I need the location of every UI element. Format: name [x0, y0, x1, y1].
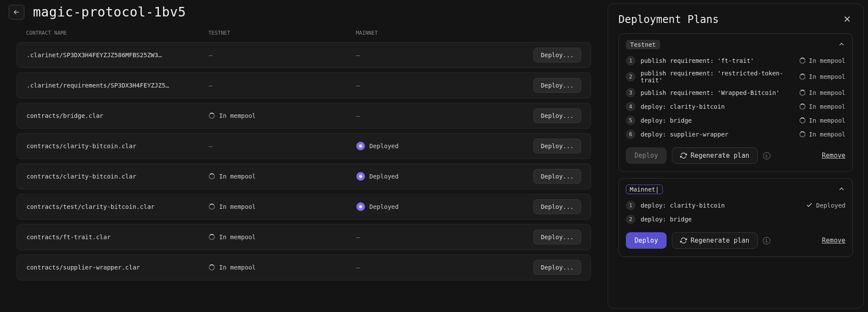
mainnet-status: Deployed	[369, 143, 398, 150]
step-number: 5	[626, 116, 635, 125]
header: magic-protocol-1bv5	[0, 0, 608, 24]
contract-row: .clarinet/SP3DX3H4FEYZJZ586MFBS25ZW3…––D…	[16, 42, 591, 68]
step-number: 2	[626, 214, 635, 224]
deployed-icon	[356, 142, 365, 150]
spinner-icon	[799, 104, 806, 110]
step-status-text: In mempool	[809, 89, 845, 96]
spinner-icon	[209, 264, 215, 270]
step-label: deploy: bridge	[641, 216, 840, 223]
step-number: 6	[626, 130, 635, 139]
regenerate-plan-button[interactable]: Regenerate plan	[672, 232, 757, 249]
contract-row: contracts/ft-trait.clarIn mempool–Deploy…	[16, 224, 591, 250]
step-label: publish requirement: 'restricted-token-t…	[641, 70, 794, 84]
contract-row: contracts/bridge.clarIn mempool–Deploy..…	[16, 103, 591, 129]
spinner-icon	[209, 173, 215, 179]
deploy-menu-button[interactable]: Deploy...	[533, 260, 581, 275]
spinner-icon	[799, 58, 806, 64]
testnet-status: In mempool	[219, 234, 256, 240]
mainnet-status: –	[356, 264, 360, 271]
regenerate-label: Regenerate plan	[690, 152, 749, 159]
step-number: 4	[626, 102, 635, 111]
contract-row: contracts/test/clarity-bitcoin.clarIn me…	[16, 194, 591, 220]
spinner-icon	[209, 234, 215, 240]
step-status-text: In mempool	[809, 57, 845, 64]
plan-box: Testnet1publish requirement: 'ft-trait'I…	[618, 33, 853, 172]
plan-box: Mainnet|1deploy: clarity-bitcoinDeployed…	[618, 178, 853, 257]
spinner-icon	[799, 117, 806, 124]
testnet-status: –	[209, 52, 212, 58]
remove-plan-link[interactable]: Remove	[822, 152, 845, 159]
step-label: deploy: supplier-wrapper	[641, 131, 794, 138]
check-icon	[806, 202, 813, 210]
contract-row: contracts/supplier-wrapper.clarIn mempoo…	[16, 254, 591, 280]
deploy-menu-button[interactable]: Deploy...	[533, 78, 581, 93]
regenerate-plan-button[interactable]: Regenerate plan	[672, 147, 757, 164]
plan-step: 6deploy: supplier-wrapperIn mempool	[626, 127, 845, 141]
spinner-icon	[799, 74, 806, 80]
deploy-button: Deploy	[626, 147, 667, 164]
plan-step: 3publish requirement: 'Wrapped-Bitcoin'I…	[626, 86, 845, 100]
info-icon[interactable]: i	[763, 152, 770, 159]
spinner-icon	[799, 90, 806, 96]
step-label: deploy: clarity-bitcoin	[641, 103, 794, 110]
deployed-icon	[356, 202, 365, 211]
mainnet-status: Deployed	[369, 203, 398, 210]
info-icon[interactable]: i	[763, 237, 770, 244]
deploy-menu-button[interactable]: Deploy...	[533, 48, 581, 62]
remove-plan-link[interactable]: Remove	[822, 237, 845, 244]
step-status-text: In mempool	[809, 131, 845, 138]
testnet-status: In mempool	[219, 264, 256, 271]
contract-row: contracts/clarity-bitcoin.clarIn mempool…	[16, 163, 591, 189]
table-header: CONTRACT NAME TESTNET MAINNET	[0, 24, 608, 42]
network-badge-editing[interactable]: Mainnet|	[626, 185, 663, 194]
plan-step: 5deploy: bridgeIn mempool	[626, 114, 845, 127]
deploy-menu-button[interactable]: Deploy...	[533, 230, 581, 244]
step-number: 1	[626, 56, 635, 65]
contract-name: contracts/clarity-bitcoin.clar	[26, 173, 209, 180]
plan-step: 2deploy: bridge	[626, 212, 845, 226]
column-header-mainnet: MAINNET	[356, 30, 512, 36]
deploy-button[interactable]: Deploy	[626, 232, 667, 249]
deployment-plans-panel: Deployment Plans Testnet1publish require…	[608, 3, 864, 309]
testnet-status: –	[209, 143, 212, 150]
spinner-icon	[799, 131, 806, 137]
testnet-status: In mempool	[219, 173, 256, 180]
testnet-status: In mempool	[219, 112, 256, 119]
step-status-text: In mempool	[809, 117, 845, 124]
step-status-text: In mempool	[809, 73, 845, 80]
step-number: 3	[626, 88, 635, 98]
mainnet-status: Deployed	[369, 173, 398, 180]
contract-row: contracts/clarity-bitcoin.clar–DeployedD…	[16, 133, 591, 159]
chevron-up-icon	[838, 40, 845, 48]
step-number: 1	[626, 201, 635, 210]
deploy-menu-button[interactable]: Deploy...	[533, 139, 581, 153]
step-label: publish requirement: 'ft-trait'	[641, 57, 794, 64]
plan-step: 4deploy: clarity-bitcoinIn mempool	[626, 100, 845, 114]
close-icon	[842, 14, 852, 24]
deployed-icon	[356, 172, 365, 181]
plan-step: 1deploy: clarity-bitcoinDeployed	[626, 198, 845, 212]
collapse-button[interactable]	[838, 185, 845, 194]
deploy-menu-button[interactable]: Deploy...	[533, 169, 581, 184]
refresh-icon	[680, 152, 687, 159]
step-label: deploy: clarity-bitcoin	[641, 202, 801, 209]
mainnet-status: –	[356, 112, 360, 119]
chevron-up-icon	[838, 185, 845, 193]
close-button[interactable]	[842, 14, 853, 25]
deploy-menu-button[interactable]: Deploy...	[533, 199, 581, 214]
mainnet-status: –	[356, 52, 360, 58]
testnet-status: In mempool	[219, 203, 256, 210]
deploy-menu-button[interactable]: Deploy...	[533, 108, 581, 123]
contract-name: contracts/clarity-bitcoin.clar	[26, 143, 209, 150]
collapse-button[interactable]	[838, 40, 845, 49]
panel-title: Deployment Plans	[618, 13, 719, 26]
back-button[interactable]	[9, 5, 24, 20]
step-status-text: Deployed	[816, 202, 845, 209]
regenerate-label: Regenerate plan	[690, 237, 749, 244]
main-pane: magic-protocol-1bv5 CONTRACT NAME TESTNE…	[0, 0, 608, 312]
spinner-icon	[209, 113, 215, 119]
step-label: deploy: bridge	[641, 117, 794, 124]
step-label: publish requirement: 'Wrapped-Bitcoin'	[641, 89, 794, 96]
refresh-icon	[680, 237, 687, 244]
contract-row: .clarinet/requirements/SP3DX3H4FEYZJZ5…–…	[16, 72, 591, 98]
